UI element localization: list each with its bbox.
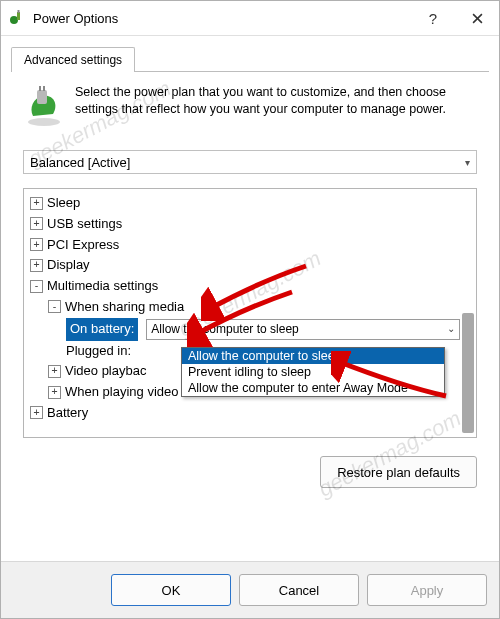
- svg-point-0: [10, 16, 18, 24]
- expand-icon[interactable]: +: [30, 238, 43, 251]
- chevron-down-icon: ⌄: [447, 321, 455, 337]
- svg-rect-2: [18, 10, 20, 13]
- svg-rect-6: [43, 86, 45, 91]
- app-icon: [9, 10, 25, 26]
- expand-icon[interactable]: +: [30, 217, 43, 230]
- tree-node-usb-settings[interactable]: +USB settings: [30, 214, 460, 235]
- setting-label-on-battery: On battery:: [66, 318, 138, 341]
- restore-plan-defaults-button[interactable]: Restore plan defaults: [320, 456, 477, 488]
- svg-rect-5: [39, 86, 41, 91]
- setting-label-plugged-in: Plugged in:: [66, 341, 131, 362]
- expand-icon[interactable]: +: [30, 197, 43, 210]
- on-battery-value: Allow the computer to sleep: [151, 320, 298, 339]
- cancel-button[interactable]: Cancel: [239, 574, 359, 606]
- on-battery-dropdown-list[interactable]: Allow the computer to sleep Prevent idli…: [181, 347, 445, 397]
- on-battery-dropdown[interactable]: Allow the computer to sleep ⌄: [146, 319, 460, 340]
- expand-icon[interactable]: +: [30, 406, 43, 419]
- tab-content: Select the power plan that you want to c…: [1, 72, 499, 488]
- tree-leaf-on-battery[interactable]: On battery: Allow the computer to sleep …: [30, 318, 460, 341]
- svg-rect-4: [37, 90, 47, 104]
- expand-icon[interactable]: +: [48, 365, 61, 378]
- intro-block: Select the power plan that you want to c…: [23, 84, 477, 128]
- expand-icon[interactable]: +: [48, 386, 61, 399]
- close-button[interactable]: [455, 1, 499, 35]
- chevron-down-icon: ▾: [465, 157, 470, 168]
- apply-button: Apply: [367, 574, 487, 606]
- power-options-window: Power Options ? Advanced settings Select…: [0, 0, 500, 619]
- window-title: Power Options: [33, 11, 411, 26]
- power-plan-dropdown[interactable]: Balanced [Active] ▾: [23, 150, 477, 174]
- settings-tree[interactable]: +Sleep +USB settings +PCI Express +Displ…: [23, 188, 477, 438]
- titlebar: Power Options ?: [1, 1, 499, 36]
- tree-node-display[interactable]: +Display: [30, 255, 460, 276]
- tree-scrollbar[interactable]: [462, 313, 474, 433]
- ok-button[interactable]: OK: [111, 574, 231, 606]
- expand-icon[interactable]: +: [30, 259, 43, 272]
- tab-strip: Advanced settings: [11, 46, 489, 72]
- tree-node-when-sharing-media[interactable]: -When sharing media: [30, 297, 460, 318]
- intro-text: Select the power plan that you want to c…: [75, 84, 477, 118]
- tab-advanced-settings[interactable]: Advanced settings: [11, 47, 135, 72]
- tree-node-battery[interactable]: +Battery: [30, 403, 460, 424]
- svg-point-3: [28, 118, 60, 126]
- tree-node-sleep[interactable]: +Sleep: [30, 193, 460, 214]
- tree-node-pci-express[interactable]: +PCI Express: [30, 235, 460, 256]
- dialog-footer: OK Cancel Apply: [1, 561, 499, 618]
- svg-rect-1: [17, 12, 20, 20]
- dropdown-option[interactable]: Allow the computer to enter Away Mode: [182, 380, 444, 396]
- power-plan-selected: Balanced [Active]: [30, 155, 130, 170]
- tree-node-multimedia-settings[interactable]: -Multimedia settings: [30, 276, 460, 297]
- help-button[interactable]: ?: [411, 1, 455, 35]
- dropdown-option[interactable]: Allow the computer to sleep: [182, 348, 444, 364]
- collapse-icon[interactable]: -: [48, 300, 61, 313]
- power-plan-icon: [23, 86, 65, 128]
- dropdown-option[interactable]: Prevent idling to sleep: [182, 364, 444, 380]
- collapse-icon[interactable]: -: [30, 280, 43, 293]
